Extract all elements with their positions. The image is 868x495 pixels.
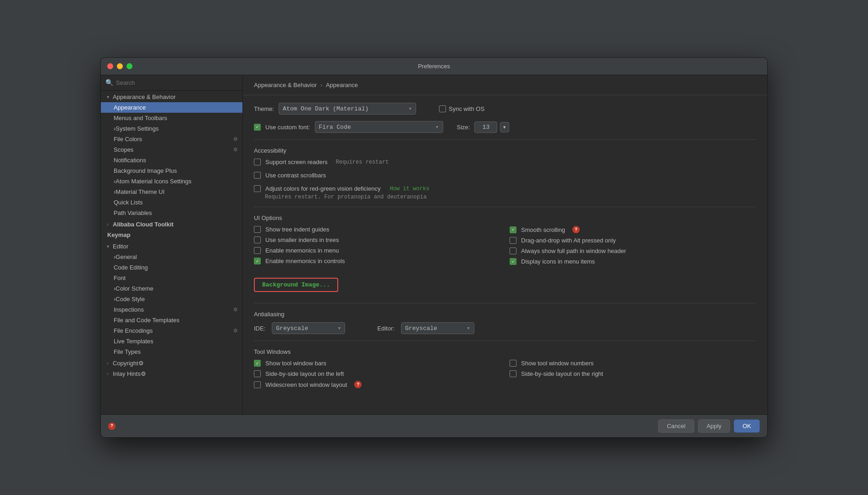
- colorblind-label: Adjust colors for red-green vision defic…: [265, 185, 380, 192]
- sidebar-item-scopes[interactable]: Scopes ⚙: [101, 144, 242, 155]
- help-icon[interactable]: ?: [108, 423, 115, 430]
- traffic-lights: [107, 63, 132, 69]
- show-tool-bars-checkbox[interactable]: [254, 360, 261, 367]
- ide-antialiasing-select[interactable]: Greyscale ▾: [272, 322, 345, 334]
- sidebar-item-live-templates[interactable]: Live Templates: [101, 336, 242, 346]
- smaller-indents-checkbox[interactable]: [254, 236, 261, 243]
- tool-windows-grid: Show tool window bars Side-by-side layou…: [254, 360, 756, 392]
- tree-indent-row: Show tree indent guides: [254, 226, 500, 233]
- drag-drop-checkbox[interactable]: [510, 237, 516, 244]
- sidebar-item-keymap[interactable]: Keymap: [101, 230, 242, 240]
- colorblind-checkbox[interactable]: [254, 185, 261, 192]
- colorblind-description: Requires restart. For protanopia and deu…: [254, 194, 756, 200]
- search-input[interactable]: [116, 79, 238, 86]
- editor-antialiasing-select[interactable]: Greyscale ▾: [401, 322, 474, 334]
- sidebar-item-label: Alibaba Cloud Toolkit: [113, 221, 174, 228]
- sidebar-item-atom-material-icons[interactable]: › Atom Material Icons Settings: [101, 176, 242, 187]
- display-icons-checkbox[interactable]: [510, 258, 516, 265]
- sidebar-item-quick-lists[interactable]: Quick Lists: [101, 197, 242, 208]
- ide-label: IDE:: [254, 325, 265, 332]
- side-by-side-right-checkbox[interactable]: [510, 370, 516, 377]
- theme-select[interactable]: Atom One Dark (Material) ▾: [279, 103, 416, 115]
- sidebar-item-font[interactable]: Font: [101, 273, 242, 283]
- smaller-indents-row: Use smaller indents in trees: [254, 236, 500, 243]
- side-by-side-left-checkbox[interactable]: [254, 370, 261, 377]
- settings-icon: ⚙: [141, 370, 146, 377]
- sidebar-item-file-types[interactable]: File Types: [101, 346, 242, 357]
- tree-indent-label: Show tree indent guides: [265, 226, 329, 233]
- size-label: Size:: [457, 124, 470, 131]
- sidebar-group-label: Editor: [113, 243, 128, 250]
- sidebar-item-label: Code Style: [115, 296, 145, 302]
- sidebar-item-label: Path Variables: [114, 209, 152, 216]
- widescreen-label: Widescreen tool window layout: [265, 381, 347, 388]
- sidebar-group-inlay-hints[interactable]: › Inlay Hints ⚙: [101, 368, 242, 379]
- sidebar-item-label: Scopes: [114, 146, 133, 153]
- screen-readers-checkbox[interactable]: [254, 159, 261, 165]
- maximize-button[interactable]: [126, 63, 132, 69]
- size-input[interactable]: [474, 121, 497, 133]
- sidebar-item-label: Inlay Hints: [113, 370, 141, 377]
- breadcrumb-part2: Appearance: [326, 82, 358, 88]
- close-button[interactable]: [107, 63, 113, 69]
- size-down-button[interactable]: ▾: [500, 122, 509, 132]
- smooth-scrolling-checkbox[interactable]: [510, 226, 516, 233]
- widescreen-checkbox[interactable]: [254, 381, 261, 388]
- search-bar: 🔍: [101, 75, 242, 91]
- sidebar-item-label: Copyright: [113, 360, 138, 367]
- tool-windows-right: Show tool window numbers Side-by-side la…: [510, 360, 756, 392]
- sidebar-item-code-style[interactable]: › Code Style: [101, 294, 242, 304]
- apply-button[interactable]: Apply: [698, 419, 731, 433]
- sidebar-item-file-encodings[interactable]: File Encodings ⚙: [101, 325, 242, 336]
- display-icons-row: Display icons in menu items: [510, 258, 756, 265]
- sidebar-item-material-theme-ui[interactable]: › Material Theme UI: [101, 187, 242, 197]
- sidebar-item-file-colors[interactable]: File Colors ⚙: [101, 134, 242, 144]
- sidebar-item-inspections[interactable]: Inspections ⚙: [101, 304, 242, 315]
- use-custom-font-checkbox[interactable]: [254, 124, 261, 131]
- screen-readers-row: Support screen readers Requires restart: [254, 159, 756, 165]
- how-it-works-link[interactable]: How it works: [390, 186, 429, 192]
- side-by-side-right-label: Side-by-side layout on the right: [521, 370, 603, 377]
- ok-button[interactable]: OK: [734, 419, 760, 433]
- sidebar-item-notifications[interactable]: Notifications: [101, 155, 242, 165]
- mnemonics-controls-label: Enable mnemonics in controls: [265, 258, 345, 264]
- full-path-checkbox[interactable]: [510, 248, 516, 254]
- ide-antialiasing-value: Greyscale: [276, 325, 308, 332]
- mnemonics-controls-checkbox[interactable]: [254, 258, 261, 264]
- size-control: ▾: [474, 121, 509, 133]
- sidebar-group-alibaba[interactable]: › Alibaba Cloud Toolkit: [101, 219, 242, 230]
- chevron-down-icon: ▾: [104, 94, 111, 100]
- minimize-button[interactable]: [117, 63, 123, 69]
- dropdown-arrow-icon: ▾: [408, 105, 412, 112]
- sidebar-group-appearance-behavior[interactable]: ▾ Appearance & Behavior: [101, 92, 242, 102]
- ui-options-left: Show tree indent guides Use smaller inde…: [254, 226, 500, 269]
- sidebar-item-system-settings[interactable]: › System Settings: [101, 123, 242, 134]
- antialiasing-row: IDE: Greyscale ▾ Editor: Greyscale ▾: [254, 322, 756, 334]
- font-select[interactable]: Fira Code ▾: [315, 121, 443, 133]
- use-custom-font-label: Use custom font:: [265, 124, 310, 131]
- screen-readers-suffix: Requires restart: [336, 159, 389, 165]
- sidebar-group-editor[interactable]: ▾ Editor: [101, 241, 242, 252]
- sidebar-group-copyright[interactable]: › Copyright ⚙: [101, 358, 242, 368]
- sidebar-item-background-image-plus[interactable]: Background Image Plus: [101, 165, 242, 176]
- background-image-button[interactable]: Background Image...: [254, 278, 338, 292]
- dropdown-arrow-icon: ▾: [337, 324, 341, 332]
- sidebar-item-general[interactable]: › General: [101, 252, 242, 262]
- widescreen-help-icon[interactable]: ?: [354, 381, 362, 388]
- mnemonics-menu-checkbox[interactable]: [254, 247, 261, 254]
- sidebar-item-path-variables[interactable]: Path Variables: [101, 208, 242, 218]
- sidebar-item-code-editing[interactable]: Code Editing: [101, 262, 242, 273]
- sync-with-os-checkbox[interactable]: [439, 105, 446, 112]
- sidebar-item-file-code-templates[interactable]: File and Code Templates: [101, 315, 242, 325]
- contrast-scrollbars-checkbox[interactable]: [254, 172, 261, 179]
- show-tool-numbers-checkbox[interactable]: [510, 360, 516, 367]
- sidebar-item-menus-toolbars[interactable]: Menus and Toolbars: [101, 113, 242, 123]
- chevron-right-icon: ›: [104, 360, 111, 367]
- cancel-button[interactable]: Cancel: [658, 419, 694, 433]
- smooth-scrolling-help-icon[interactable]: ?: [572, 226, 580, 233]
- sidebar-item-label: File Types: [114, 348, 141, 355]
- tree-indent-checkbox[interactable]: [254, 226, 261, 233]
- show-tool-bars-row: Show tool window bars: [254, 360, 500, 367]
- sidebar-item-color-scheme[interactable]: › Color Scheme: [101, 283, 242, 294]
- sidebar-item-appearance[interactable]: Appearance: [101, 102, 242, 113]
